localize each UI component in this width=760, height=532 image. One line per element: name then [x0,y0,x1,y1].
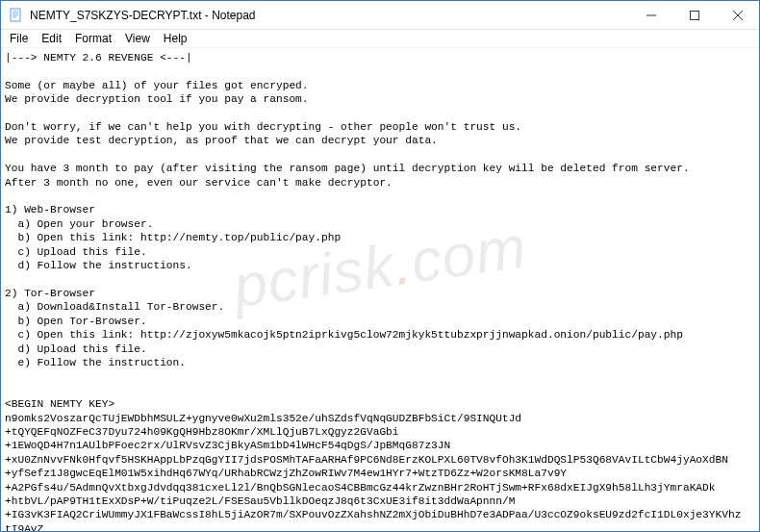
maximize-button[interactable] [672,1,716,30]
menu-help[interactable]: Help [157,31,194,46]
menu-view[interactable]: View [118,31,157,46]
menubar: File Edit Format View Help [1,30,759,48]
text-area[interactable]: |---> NEMTY 2.6 REVENGE <---| Some (or m… [1,49,759,531]
close-button[interactable] [716,1,759,30]
window-title: NEMTY_S7SKZYS-DECRYPT.txt - Notepad [30,9,256,22]
menu-format[interactable]: Format [68,31,118,46]
minimize-button[interactable] [629,1,672,30]
notepad-icon [9,8,24,23]
menu-edit[interactable]: Edit [35,31,68,46]
titlebar: NEMTY_S7SKZYS-DECRYPT.txt - Notepad [1,1,759,30]
svg-rect-0 [11,9,20,21]
svg-rect-6 [690,11,698,19]
menu-file[interactable]: File [3,31,35,46]
